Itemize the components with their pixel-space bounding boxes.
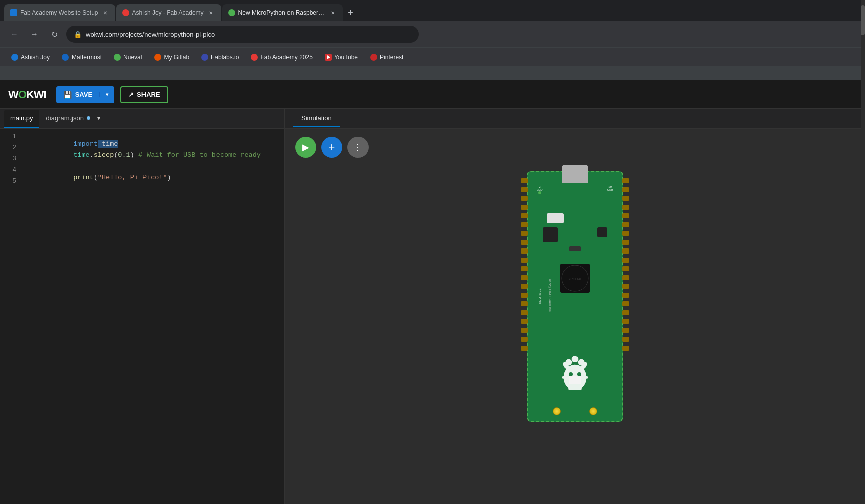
bookmark-fablabs[interactable]: Fablabs.io — [196, 52, 244, 63]
code-line-4: 4 print("Hello, Pi Pico!") — [0, 166, 284, 177]
new-tab-btn[interactable]: + — [344, 6, 358, 20]
pico-board: 2 LED 39 USB — [527, 171, 623, 422]
svg-rect-13 — [562, 376, 567, 379]
address-bar[interactable]: 🔒 wokwi.com/projects/new/micropython-pi-… — [66, 26, 419, 43]
pico-bottom-pins — [528, 407, 622, 415]
file-tabs: main.py diagram.json ▾ — [0, 109, 284, 129]
pin — [622, 196, 629, 201]
pin-gold-right — [589, 407, 597, 415]
pin — [622, 293, 629, 298]
bookmark-my-gitlab[interactable]: My Gitlab — [149, 52, 194, 63]
file-tab-label: main.py — [10, 114, 33, 122]
line-number: 1 — [4, 133, 24, 140]
forward-btn[interactable]: → — [26, 26, 42, 42]
sim-header: Simulation — [285, 109, 865, 129]
code-text — [24, 155, 28, 162]
pin — [622, 240, 629, 245]
sim-add-btn[interactable]: + — [321, 137, 342, 158]
bookmarks-bar: Ashish Joy Mattermost Nueval My Gitlab F… — [0, 47, 865, 66]
tab-favicon — [122, 9, 129, 16]
tab-fab-academy-setup[interactable]: Fab Academy Website Setup ✕ — [4, 4, 115, 21]
bookmark-favicon — [11, 54, 18, 61]
pin — [622, 346, 629, 351]
bookmark-label: Ashish Joy — [21, 54, 50, 61]
sim-more-btn[interactable]: ⋮ — [347, 137, 369, 158]
code-text — [24, 177, 28, 185]
sim-controls: ▶ + ⋮ — [285, 129, 865, 166]
pin-label-right: 39 USB — [607, 185, 613, 194]
bookmark-fab-academy-2025[interactable]: Fab Academy 2025 — [246, 52, 317, 63]
svg-marker-0 — [327, 55, 330, 59]
line-number: 2 — [4, 144, 24, 151]
pico-pins-left — [521, 178, 528, 351]
code-editor[interactable]: 1 import time 2 time.sleep(0.1) # Wait f… — [0, 129, 284, 504]
pico-board-label: Raspberry Pi Pico ©2020 — [548, 279, 551, 314]
bookmark-label: Nueval — [123, 54, 142, 61]
save-label: SAVE — [75, 91, 92, 98]
pico-chip-large: RP2040 — [560, 264, 590, 293]
back-btn[interactable]: ← — [6, 26, 22, 42]
pico-component — [569, 246, 581, 251]
pin — [521, 319, 528, 324]
bookmark-pinterest[interactable]: Pinterest — [365, 52, 408, 63]
pin — [622, 328, 629, 333]
pin — [622, 231, 629, 236]
address-bar-row: ← → ↻ 🔒 wokwi.com/projects/new/micropyth… — [0, 21, 865, 47]
bootsel-button[interactable] — [547, 213, 564, 223]
file-tab-dropdown[interactable]: ▾ — [93, 113, 104, 124]
save-button[interactable]: 💾 SAVE ▾ — [56, 86, 114, 103]
tab-favicon — [10, 9, 17, 16]
file-tab-diagram-json[interactable]: diagram.json ▾ — [40, 110, 110, 128]
bookmark-favicon — [325, 54, 332, 61]
bookmark-label: Mattermost — [71, 54, 102, 61]
simulation-tab-label: Simulation — [301, 114, 332, 122]
pico-chip-small2 — [597, 227, 607, 237]
line-number: 3 — [4, 155, 24, 162]
simulation-pane: Simulation ▶ + ⋮ ? — [285, 109, 865, 504]
bookmark-mattermost[interactable]: Mattermost — [57, 52, 107, 63]
bookmark-nueval[interactable]: Nueval — [109, 52, 147, 63]
pin — [521, 337, 528, 342]
usb-connector — [562, 165, 588, 183]
save-main[interactable]: 💾 SAVE — [56, 91, 99, 99]
reload-btn[interactable]: ↻ — [46, 26, 62, 42]
pin — [521, 293, 528, 298]
file-tab-main-py[interactable]: main.py — [4, 110, 39, 128]
tab-close-btn[interactable]: ✕ — [207, 9, 215, 17]
line-number: 4 — [4, 166, 24, 174]
save-dropdown-btn[interactable]: ▾ — [99, 92, 114, 97]
pico-pins-right — [622, 178, 629, 351]
pin — [622, 301, 629, 306]
file-tab-label: diagram.json — [46, 114, 84, 122]
tab-ashish-joy[interactable]: Ashish Joy - Fab Academy ✕ — [116, 4, 221, 21]
code-line-1: 1 import time — [0, 133, 284, 144]
pin — [622, 222, 629, 227]
code-pane: main.py diagram.json ▾ 1 import time — [0, 109, 285, 504]
bookmark-label: Pinterest — [380, 54, 403, 61]
pin — [521, 328, 528, 333]
pin — [521, 222, 528, 227]
pin — [622, 284, 629, 289]
sim-play-btn[interactable]: ▶ — [295, 137, 316, 158]
share-button[interactable]: ↗ SHARE — [120, 86, 168, 103]
save-icon: 💾 — [63, 91, 72, 99]
svg-point-5 — [572, 356, 579, 362]
tab-wokwi[interactable]: New MicroPython on Raspberr… ✕ — [222, 4, 343, 21]
pin — [622, 310, 629, 315]
tab-title: New MicroPython on Raspberr… — [238, 9, 326, 16]
simulation-tab[interactable]: Simulation — [293, 110, 340, 127]
pin — [521, 178, 528, 183]
bookmark-favicon — [370, 54, 377, 61]
tab-close-btn[interactable]: ✕ — [101, 9, 109, 17]
bookmark-ashish-joy[interactable]: Ashish Joy — [6, 52, 55, 63]
share-icon: ↗ — [128, 91, 134, 98]
more-icon: ⋮ — [353, 142, 363, 153]
svg-point-10 — [577, 372, 581, 376]
bookmark-favicon — [201, 54, 208, 61]
bookmark-favicon — [62, 54, 69, 61]
tab-favicon — [228, 9, 235, 16]
tab-close-btn[interactable]: ✕ — [329, 9, 337, 17]
pin — [622, 319, 629, 324]
pico-vertical-text: BOOTSEL — [538, 288, 541, 304]
bookmark-youtube[interactable]: YouTube — [320, 52, 363, 63]
